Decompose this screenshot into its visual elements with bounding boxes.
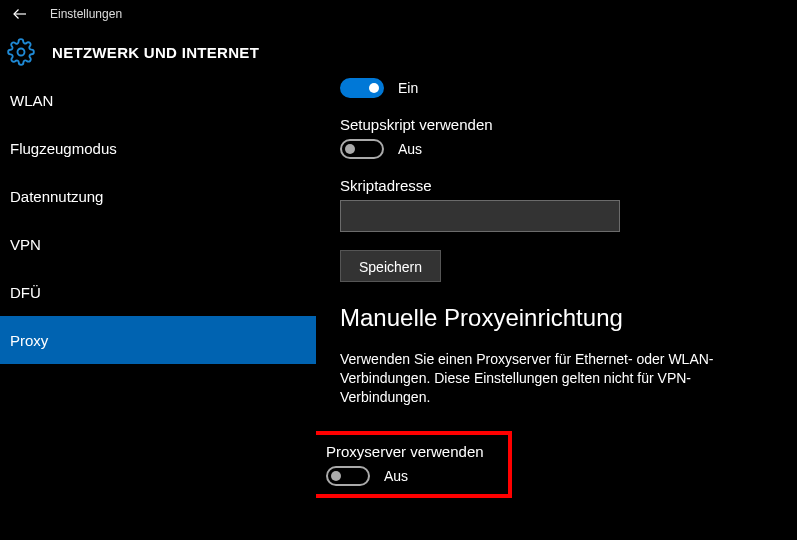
header: NETZWERK UND INTERNET (0, 28, 797, 76)
manual-proxy-description: Verwenden Sie einen Proxyserver für Ethe… (340, 350, 740, 407)
sidebar-item-flightmode[interactable]: Flugzeugmodus (0, 124, 316, 172)
titlebar: Einstellungen (0, 0, 797, 28)
sidebar-item-label: VPN (10, 236, 41, 253)
window-title: Einstellungen (50, 7, 122, 21)
sidebar-item-proxy[interactable]: Proxy (0, 316, 316, 364)
sidebar-item-label: Flugzeugmodus (10, 140, 117, 157)
sidebar-item-dfu[interactable]: DFÜ (0, 268, 316, 316)
setup-script-label: Setupskript verwenden (340, 116, 773, 133)
save-button[interactable]: Speichern (340, 250, 441, 282)
content-pane: Ein Setupskript verwenden Aus Skriptadre… (316, 76, 797, 540)
sidebar-item-vpn[interactable]: VPN (0, 220, 316, 268)
svg-point-1 (18, 49, 25, 56)
manual-proxy-heading: Manuelle Proxyeinrichtung (340, 304, 773, 332)
auto-detect-toggle[interactable] (340, 78, 384, 98)
toggle-state-label: Aus (384, 468, 408, 484)
page-title: NETZWERK UND INTERNET (52, 44, 259, 61)
sidebar-item-label: Proxy (10, 332, 48, 349)
arrow-left-icon (11, 5, 29, 23)
script-address-input[interactable] (340, 200, 620, 232)
sidebar-item-datausage[interactable]: Datennutzung (0, 172, 316, 220)
back-button[interactable] (8, 2, 32, 26)
toggle-state-label: Aus (398, 141, 422, 157)
setup-script-toggle[interactable] (340, 139, 384, 159)
sidebar-item-label: DFÜ (10, 284, 41, 301)
use-proxy-toggle[interactable] (326, 466, 370, 486)
sidebar: WLAN Flugzeugmodus Datennutzung VPN DFÜ … (0, 76, 316, 540)
use-proxy-label: Proxyserver verwenden (326, 443, 498, 460)
settings-gear-icon (6, 37, 36, 67)
highlight-annotation: Proxyserver verwenden Aus (316, 431, 512, 498)
sidebar-item-label: WLAN (10, 92, 53, 109)
sidebar-item-wlan[interactable]: WLAN (0, 76, 316, 124)
sidebar-item-label: Datennutzung (10, 188, 103, 205)
script-address-label: Skriptadresse (340, 177, 773, 194)
toggle-state-label: Ein (398, 80, 418, 96)
